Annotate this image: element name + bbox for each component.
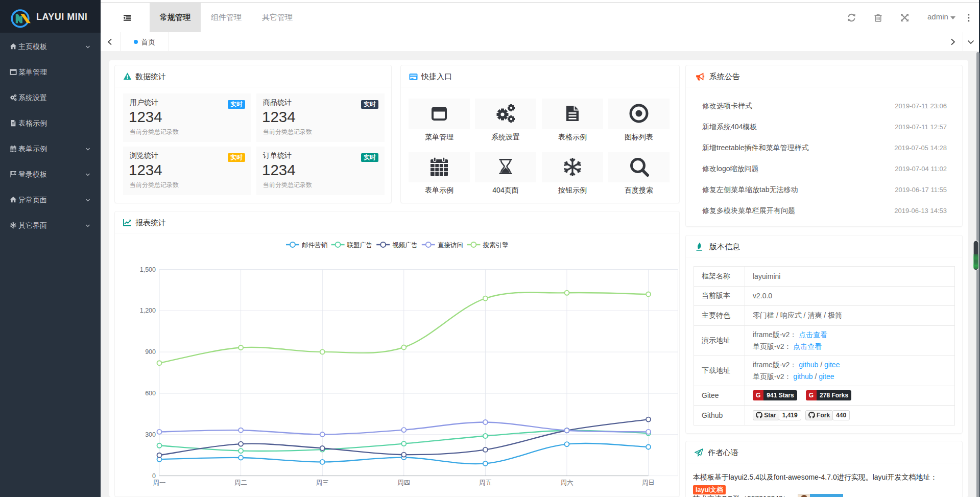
svg-text:周日: 周日 bbox=[642, 479, 655, 486]
svg-text:600: 600 bbox=[145, 390, 156, 397]
svg-text:周三: 周三 bbox=[316, 479, 329, 486]
svg-text:1,500: 1,500 bbox=[140, 266, 156, 273]
svg-text:邮件营销: 邮件营销 bbox=[302, 242, 328, 249]
svg-text:直接访问: 直接访问 bbox=[438, 242, 463, 249]
svg-text:周四: 周四 bbox=[397, 479, 410, 486]
svg-text:联盟广告: 联盟广告 bbox=[347, 242, 373, 249]
svg-text:1,200: 1,200 bbox=[140, 307, 156, 314]
svg-text:周二: 周二 bbox=[234, 479, 247, 486]
svg-text:周一: 周一 bbox=[153, 479, 166, 486]
svg-text:搜索引擎: 搜索引擎 bbox=[483, 242, 509, 249]
svg-text:周六: 周六 bbox=[561, 479, 573, 486]
svg-text:视频广告: 视频广告 bbox=[392, 242, 418, 249]
svg-text:0: 0 bbox=[152, 472, 156, 480]
svg-text:周五: 周五 bbox=[479, 479, 492, 486]
svg-text:300: 300 bbox=[145, 431, 156, 438]
svg-text:900: 900 bbox=[145, 348, 156, 356]
